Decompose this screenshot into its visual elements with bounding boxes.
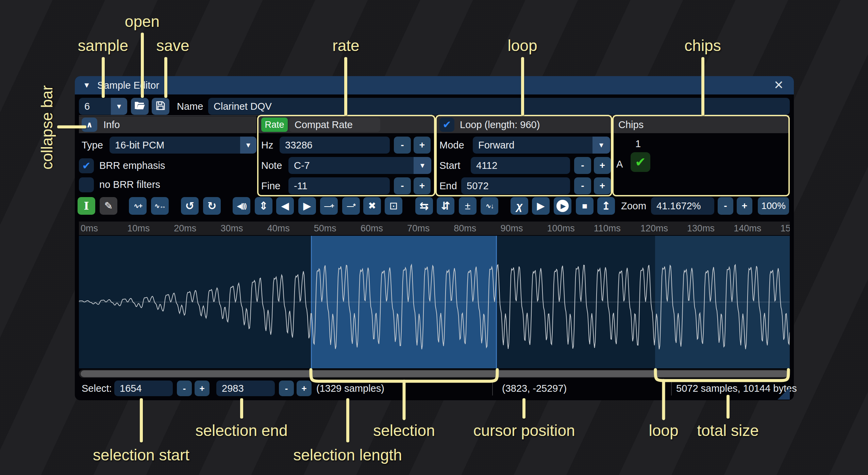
invert-button[interactable]: ⇵ <box>437 197 454 215</box>
no-brr-filters-checkbox[interactable]: ✔ <box>79 177 94 192</box>
trim-button[interactable]: ⊡ <box>385 197 402 215</box>
type-label: Type <box>82 137 103 154</box>
waveform-scrollbar-thumb[interactable] <box>81 370 788 377</box>
chip-assign-button[interactable]: ✔ <box>631 152 650 172</box>
fade-in-button[interactable]: ◀ <box>276 197 294 215</box>
crossfade-button[interactable]: χ <box>511 197 528 215</box>
selection-end-input[interactable]: 2983 <box>216 381 275 396</box>
annotation-total-size: total size <box>697 421 759 440</box>
sample-number-value: 6 <box>84 98 90 115</box>
selection-start-plus-button[interactable]: + <box>195 381 210 396</box>
timeline-tick-label: 90ms <box>500 222 523 235</box>
waveform-view[interactable] <box>79 236 790 368</box>
rate-badge: Rate <box>261 118 288 132</box>
window-collapse-icon[interactable]: ▼ <box>83 76 90 94</box>
brr-emphasis-checkbox[interactable]: ✔ <box>79 158 94 173</box>
draw-tool[interactable]: ✎ <box>100 197 117 215</box>
redo-button[interactable]: ↻ <box>203 197 221 215</box>
normalize-button[interactable]: ⇕ <box>255 197 272 215</box>
loop-start-plus-button[interactable]: + <box>594 157 611 174</box>
selection-end-minus-button[interactable]: - <box>279 381 294 396</box>
fade-out-button[interactable]: ▶ <box>298 197 316 215</box>
chips-column-header: 1 <box>635 135 641 152</box>
signed-unsigned-button[interactable]: ± <box>459 197 477 215</box>
selection-start-minus-button[interactable]: - <box>177 381 192 396</box>
stop-icon: ■ <box>582 201 587 210</box>
chevron-down-icon[interactable]: ▼ <box>111 98 127 115</box>
note-combo[interactable]: C-7 ▼ <box>288 157 431 174</box>
resize-button[interactable]: ∿+ <box>129 197 147 215</box>
sample-number-combo[interactable]: 6 ▼ <box>79 98 127 115</box>
fine-minus-button[interactable]: - <box>394 177 411 194</box>
titlebar[interactable]: ▼ Sample Editor × <box>75 76 794 94</box>
annotation-line <box>240 398 243 419</box>
save-sample-button[interactable] <box>152 98 169 115</box>
fine-label: Fine <box>261 177 280 194</box>
hz-minus-button[interactable]: - <box>394 137 411 154</box>
chevron-up-icon: ∧ <box>86 120 93 129</box>
info-panel-title: Info <box>103 116 120 133</box>
zoom-input[interactable]: 41.1672% <box>651 197 714 215</box>
loop-end-minus-button[interactable]: - <box>574 177 591 194</box>
hz-input[interactable]: 33286 <box>280 137 390 154</box>
trim-icon: ⊡ <box>389 201 398 211</box>
open-sample-button[interactable] <box>131 98 149 115</box>
resample-button[interactable]: ∿↔ <box>151 197 169 215</box>
play-cursor-button[interactable]: ▶ <box>554 197 571 215</box>
amplify-button[interactable]: ◀))) <box>233 197 250 215</box>
annotation-sample: sample <box>78 36 128 55</box>
preview-button[interactable]: ▶ <box>532 197 550 215</box>
zoom-reset-button[interactable]: 100% <box>758 197 789 215</box>
annotation-selection-end: selection end <box>195 421 287 440</box>
chevron-down-icon[interactable]: ▼ <box>414 157 431 174</box>
timeline-tick-label: 20ms <box>174 222 196 235</box>
delete-button[interactable]: ✖ <box>363 197 381 215</box>
annotation-save: save <box>156 36 189 55</box>
selection-start-input[interactable]: 1654 <box>114 381 173 396</box>
timeline-tick-label: 100ms <box>547 222 575 235</box>
insert-silence-button[interactable]: —+ <box>320 197 338 215</box>
fine-input[interactable]: -11 <box>288 177 390 194</box>
name-input[interactable]: Clarinet DQV <box>208 98 790 115</box>
chevron-down-icon[interactable]: ▼ <box>240 137 256 154</box>
loop-start-minus-button[interactable]: - <box>574 157 591 174</box>
selection-end-plus-button[interactable]: + <box>297 381 312 396</box>
chips-row-label: A <box>616 156 623 173</box>
filter-button[interactable]: ∿↓ <box>481 197 498 215</box>
loop-start-input[interactable]: 4112 <box>471 157 570 174</box>
timeline-ruler[interactable]: 0ms10ms20ms30ms40ms50ms60ms70ms80ms90ms1… <box>79 222 790 235</box>
type-combo[interactable]: 16-bit PCM ▼ <box>110 137 256 154</box>
save-icon <box>155 101 166 112</box>
chevron-down-icon[interactable]: ▼ <box>592 137 610 154</box>
undo-button[interactable]: ↺ <box>181 197 199 215</box>
loop-enable-checkbox[interactable]: ✔ <box>439 118 454 132</box>
amplify-icon: ◀))) <box>237 203 246 209</box>
apply-silence-button[interactable]: —* <box>342 197 360 215</box>
close-button[interactable]: × <box>774 75 783 94</box>
zoom-in-button[interactable]: + <box>737 197 752 215</box>
upload-button[interactable]: ↥ <box>597 197 615 215</box>
loop-end-input[interactable]: 5072 <box>461 177 570 194</box>
note-value: C-7 <box>294 157 310 174</box>
check-icon: ✔ <box>635 156 646 169</box>
upload-icon: ↥ <box>602 200 611 211</box>
timeline-tick-label: 130ms <box>687 222 715 235</box>
resize-grip[interactable] <box>778 387 790 400</box>
waveform-trace <box>79 236 790 368</box>
hz-label: Hz <box>261 137 273 154</box>
zoom-out-button[interactable]: - <box>718 197 733 215</box>
resample-icon: ∿↔ <box>154 203 166 209</box>
redo-icon: ↻ <box>207 200 217 211</box>
fine-plus-button[interactable]: + <box>414 177 431 194</box>
timeline-tick-label: 70ms <box>407 222 430 235</box>
loop-mode-combo[interactable]: Forward ▼ <box>473 137 610 154</box>
compat-rate-label: Compat Rate <box>295 116 353 133</box>
stop-button[interactable]: ■ <box>576 197 594 215</box>
collapse-bar-button[interactable]: ∧ <box>82 118 97 132</box>
select-tool[interactable]: I <box>78 197 95 215</box>
divider <box>492 381 493 395</box>
loop-end-plus-button[interactable]: + <box>594 177 611 194</box>
reverse-button[interactable]: ⇆ <box>415 197 433 215</box>
annotation-line <box>140 398 143 442</box>
hz-plus-button[interactable]: + <box>414 137 431 154</box>
